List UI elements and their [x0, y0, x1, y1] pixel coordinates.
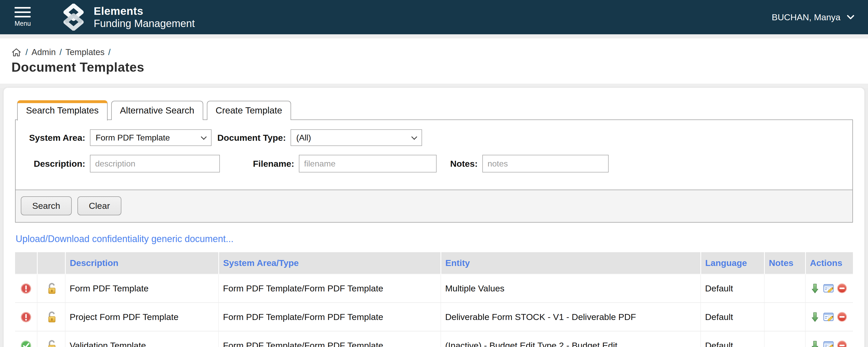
- search-button[interactable]: Search: [21, 196, 72, 215]
- description-label: Description:: [16, 159, 85, 169]
- tab-create-template[interactable]: Create Template: [207, 101, 291, 120]
- clear-button[interactable]: Clear: [78, 196, 121, 215]
- template-system-area-type: Form PDF Template/Form PDF Template: [219, 303, 441, 331]
- page-title: Document Templates: [11, 60, 868, 75]
- template-system-area-type: Form PDF Template/Form PDF Template: [219, 274, 441, 303]
- breadcrumb-separator: /: [108, 47, 111, 57]
- notes-input[interactable]: [482, 155, 609, 172]
- templates-table: Description System Area/Type Entity Lang…: [15, 252, 853, 347]
- document-type-select[interactable]: (All): [290, 129, 422, 146]
- download-icon[interactable]: [810, 340, 820, 347]
- chevron-down-icon: [847, 14, 855, 20]
- template-notes: [764, 331, 805, 347]
- description-column-header[interactable]: Description: [65, 252, 219, 274]
- brand-subtitle: Funding Management: [94, 18, 195, 29]
- lock-open-icon: [45, 339, 57, 347]
- filename-input[interactable]: [299, 155, 437, 172]
- status-ok-icon: [21, 340, 31, 347]
- table-row: Project Form PDF Template Form PDF Templ…: [15, 303, 853, 331]
- edit-icon[interactable]: [823, 283, 834, 293]
- delete-icon[interactable]: [837, 283, 847, 293]
- template-notes: [764, 274, 805, 303]
- entity-column-header[interactable]: Entity: [441, 252, 701, 274]
- user-name: BUCHAN, Manya: [772, 12, 840, 22]
- template-notes: [764, 303, 805, 331]
- lock-open-icon: [45, 282, 57, 294]
- lock-open-icon: [45, 311, 57, 323]
- breadcrumb-item-templates[interactable]: Templates: [65, 47, 104, 57]
- template-language: Default: [701, 331, 764, 347]
- breadcrumb-card: / Admin / Templates / Document Templates: [0, 38, 868, 84]
- system-area-value: Form PDF Template: [96, 133, 170, 143]
- table-row: Validation Template Form PDF Template/Fo…: [15, 331, 853, 347]
- hamburger-icon: [14, 7, 31, 18]
- divider: [0, 34, 868, 38]
- delete-icon[interactable]: [837, 312, 847, 322]
- menu-label: Menu: [14, 20, 31, 27]
- status-error-icon: [21, 283, 31, 294]
- template-entity: Multiple Values: [441, 274, 701, 303]
- delete-icon[interactable]: [837, 340, 847, 347]
- user-menu[interactable]: BUCHAN, Manya: [772, 12, 855, 22]
- tab-bar: Search Templates Alternative Search Crea…: [15, 100, 853, 120]
- brand-name: Elements: [94, 5, 195, 18]
- language-column-header[interactable]: Language: [701, 252, 764, 274]
- tab-alternative-search[interactable]: Alternative Search: [111, 101, 203, 120]
- document-type-label: Document Type:: [212, 133, 286, 143]
- template-description: Form PDF Template: [65, 274, 219, 303]
- template-language: Default: [701, 303, 764, 331]
- template-entity: (Inactive) - Budget Edit Type 2 - Budget…: [441, 331, 701, 347]
- download-icon[interactable]: [810, 283, 820, 293]
- filename-label: Filename:: [220, 159, 294, 169]
- system-area-column-header[interactable]: System Area/Type: [219, 252, 441, 274]
- breadcrumb-separator: /: [60, 47, 62, 57]
- template-entity: Deliverable Form STOCK - V1 - Deliverabl…: [441, 303, 701, 331]
- form-actions: Search Clear: [16, 190, 852, 222]
- table-header-row: Description System Area/Type Entity Lang…: [15, 252, 853, 274]
- main-content: Search Templates Alternative Search Crea…: [4, 88, 864, 347]
- lock-column-header: [37, 252, 65, 274]
- notes-column-header[interactable]: Notes: [764, 252, 805, 274]
- description-input[interactable]: [90, 155, 220, 172]
- template-language: Default: [701, 274, 764, 303]
- divider: [0, 84, 868, 88]
- app-header: Menu Elements Funding Management BUCHAN,…: [0, 0, 868, 34]
- breadcrumb-item-admin[interactable]: Admin: [31, 47, 56, 57]
- download-icon[interactable]: [810, 312, 820, 322]
- brand: Elements Funding Management: [60, 4, 195, 31]
- document-type-value: (All): [296, 133, 311, 143]
- template-system-area-type: Form PDF Template/Form PDF Template: [219, 331, 441, 347]
- actions-column-header: Actions: [805, 252, 853, 274]
- status-error-icon: [21, 312, 31, 323]
- breadcrumb-separator: /: [26, 47, 28, 57]
- home-icon[interactable]: [11, 48, 21, 57]
- template-description: Project Form PDF Template: [65, 303, 219, 331]
- select-chevron-icon: [411, 134, 417, 140]
- search-form: System Area: Form PDF Template Document …: [15, 120, 853, 223]
- breadcrumb: / Admin / Templates /: [11, 47, 868, 57]
- select-chevron-icon: [201, 134, 207, 140]
- system-area-select[interactable]: Form PDF Template: [90, 129, 212, 146]
- edit-icon[interactable]: [823, 340, 834, 347]
- status-column-header: [15, 252, 37, 274]
- menu-button[interactable]: Menu: [14, 7, 31, 27]
- notes-label: Notes:: [437, 159, 478, 169]
- upload-download-link[interactable]: Upload/Download confidentiality generic …: [16, 233, 234, 244]
- system-area-label: System Area:: [16, 133, 85, 143]
- template-description: Validation Template: [65, 331, 219, 347]
- elements-logo-icon: [60, 4, 87, 31]
- edit-icon[interactable]: [823, 312, 834, 322]
- tab-search-templates[interactable]: Search Templates: [17, 100, 107, 121]
- table-row: Form PDF Template Form PDF Template/Form…: [15, 274, 853, 303]
